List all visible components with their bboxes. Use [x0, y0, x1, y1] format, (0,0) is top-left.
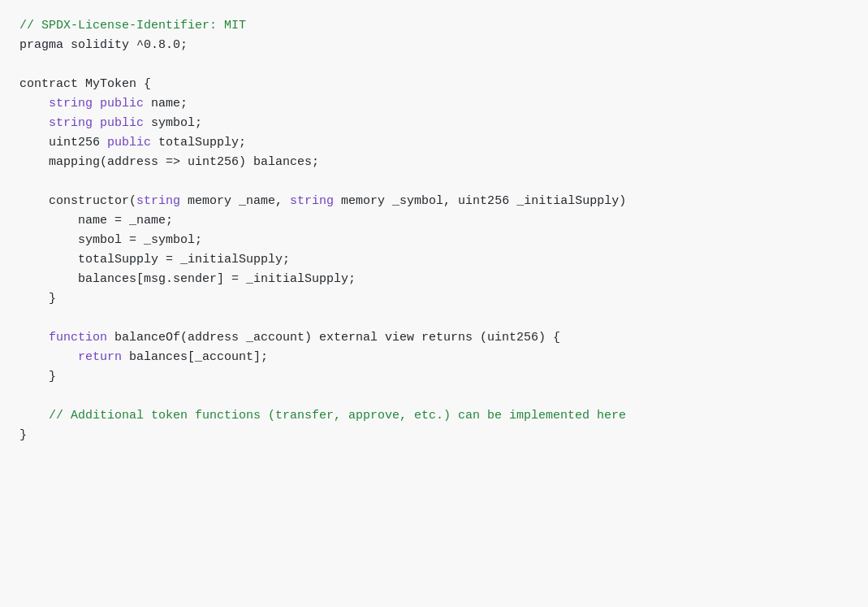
- code-line: [19, 55, 849, 75]
- code-line: constructor(string memory _name, string …: [19, 192, 849, 211]
- plain-token: contract MyToken {: [19, 77, 151, 91]
- plain-token: memory _name,: [180, 194, 290, 208]
- type-token: string: [290, 194, 334, 208]
- plain-token: constructor(: [19, 194, 136, 208]
- code-line: totalSupply = _initialSupply;: [19, 250, 849, 270]
- code-block: // SPDX-License-Identifier: MITpragma so…: [19, 16, 849, 445]
- code-line: return balances[_account];: [19, 348, 849, 367]
- plain-token: }: [19, 370, 56, 384]
- plain-token: mapping(address => uint256) balances;: [19, 155, 319, 169]
- code-line: // SPDX-License-Identifier: MIT: [19, 16, 849, 36]
- keyword-token: function: [49, 331, 107, 345]
- code-line: mapping(address => uint256) balances;: [19, 153, 849, 172]
- code-line: balances[msg.sender] = _initialSupply;: [19, 270, 849, 289]
- plain-token: totalSupply;: [151, 136, 246, 150]
- plain-token: totalSupply = _initialSupply;: [19, 253, 290, 267]
- plain-token: [19, 116, 49, 130]
- plain-token: }: [19, 292, 56, 306]
- plain-token: [19, 350, 78, 364]
- plain-token: balances[msg.sender] = _initialSupply;: [19, 272, 356, 286]
- plain-token: name = _name;: [19, 214, 173, 228]
- plain-token: uint256: [19, 136, 107, 150]
- plain-token: [93, 97, 100, 111]
- code-line: }: [19, 367, 849, 387]
- code-line: [19, 387, 849, 406]
- plain-token: [19, 97, 49, 111]
- type-token: string: [49, 116, 93, 130]
- comment-token: // SPDX-License-Identifier: MIT: [19, 19, 246, 33]
- plain-token: symbol;: [144, 116, 202, 130]
- keyword-token: public: [100, 116, 144, 130]
- code-line: string public name;: [19, 94, 849, 114]
- code-line: string public symbol;: [19, 114, 849, 133]
- plain-token: [19, 331, 49, 345]
- plain-token: symbol = _symbol;: [19, 233, 202, 247]
- code-line: [19, 172, 849, 192]
- code-line: symbol = _symbol;: [19, 231, 849, 250]
- plain-token: }: [19, 428, 27, 442]
- type-token: string: [49, 97, 93, 111]
- plain-token: memory _symbol, uint256 _initialSupply): [334, 194, 626, 208]
- code-line: pragma solidity ^0.8.0;: [19, 36, 849, 55]
- plain-token: pragma solidity ^0.8.0;: [19, 38, 188, 52]
- code-line: }: [19, 289, 849, 309]
- code-container: // SPDX-License-Identifier: MITpragma so…: [0, 0, 868, 607]
- comment-token: // Additional token functions (transfer,…: [19, 409, 626, 423]
- code-line: name = _name;: [19, 211, 849, 231]
- plain-token: balanceOf(address _account) external vie…: [107, 331, 560, 345]
- code-line: }: [19, 426, 849, 445]
- plain-token: [93, 116, 100, 130]
- code-line: contract MyToken {: [19, 75, 849, 94]
- code-line: function balanceOf(address _account) ext…: [19, 328, 849, 348]
- type-token: string: [136, 194, 180, 208]
- plain-token: name;: [144, 97, 188, 111]
- code-line: // Additional token functions (transfer,…: [19, 406, 849, 426]
- keyword-token: return: [78, 350, 122, 364]
- plain-token: balances[_account];: [122, 350, 268, 364]
- code-line: [19, 309, 849, 328]
- code-line: uint256 public totalSupply;: [19, 133, 849, 153]
- keyword-token: public: [107, 136, 151, 150]
- keyword-token: public: [100, 97, 144, 111]
